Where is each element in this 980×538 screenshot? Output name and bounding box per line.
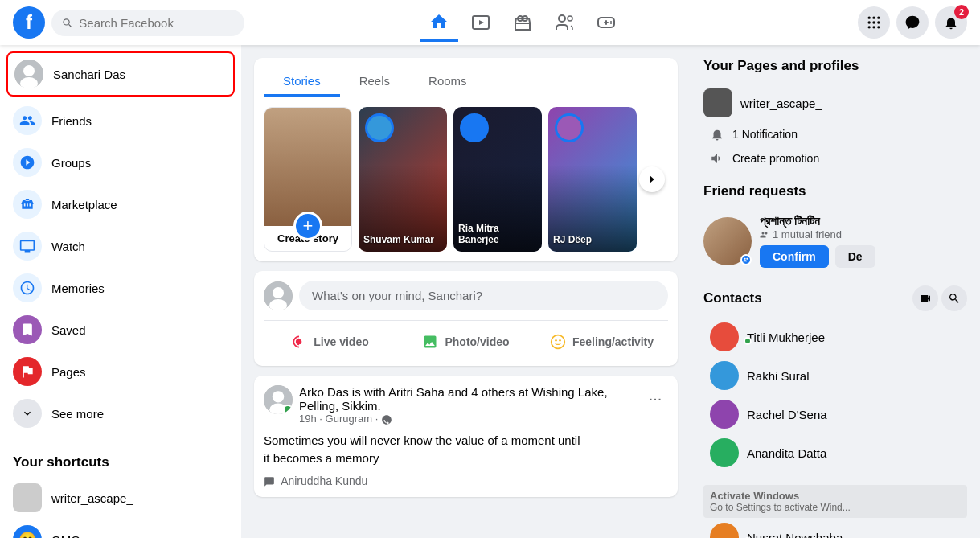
sidebar-item-pages[interactable]: Pages (6, 351, 235, 392)
post-input[interactable]: What's on your mind, Sanchari? (299, 281, 668, 310)
main-nav (420, 3, 625, 42)
post-header: Arko Das is with Aritri Saha and 4 other… (264, 385, 668, 425)
post-time: 19h (299, 413, 317, 425)
messenger-button[interactable] (896, 6, 929, 39)
pages-icon (13, 357, 42, 386)
delete-button[interactable]: De (835, 245, 875, 268)
live-video-label: Live video (314, 335, 368, 348)
create-promotion-item[interactable]: Create promotion (703, 146, 967, 170)
contacts-title: Contacts (703, 290, 762, 306)
watch-icon (13, 232, 42, 261)
saved-label: Saved (51, 323, 86, 337)
notifications-button[interactable]: 2 (935, 6, 967, 39)
stories-next-button[interactable] (639, 166, 665, 192)
contact-name-rakhi: Rakhi Sural (747, 369, 810, 383)
sidebar-item-marketplace[interactable]: Marketplace (6, 183, 235, 225)
friend-mutual-icon (740, 254, 752, 265)
nav-marketplace[interactable] (503, 3, 542, 42)
feeling-label: Feeling/activity (572, 335, 654, 348)
post-more-button[interactable]: ··· (642, 385, 668, 411)
contacts-section: Contacts Titli Mukherjee (703, 285, 967, 472)
story-avatar-ria (460, 113, 489, 142)
sidebar-item-saved[interactable]: Saved (6, 309, 235, 351)
svg-point-18 (872, 26, 875, 28)
shortcut-omg[interactable]: 😊 OMG (6, 519, 235, 538)
feeling-button[interactable]: Feeling/activity (535, 327, 668, 356)
new-video-call-button[interactable] (912, 285, 938, 311)
nav-gaming[interactable] (587, 3, 625, 42)
svg-marker-1 (479, 20, 484, 25)
confirm-button[interactable]: Confirm (760, 245, 829, 268)
pages-section: Your Pages and profiles writer_ascape_ 1… (703, 58, 967, 170)
post-box-top: What's on your mind, Sanchari? (264, 281, 668, 310)
feed-post: Arko Das is with Aritri Saha and 4 other… (254, 376, 678, 497)
sidebar-item-groups[interactable]: Groups (6, 142, 235, 183)
nav-groups[interactable] (545, 3, 584, 42)
sidebar-item-friends[interactable]: Friends (6, 100, 235, 142)
contact-avatar-anandita (710, 438, 739, 467)
shortcut-avatar-writer (13, 483, 42, 512)
profile-avatar (14, 60, 43, 88)
photo-video-button[interactable]: Photo/video (400, 327, 532, 356)
contact-rakhi[interactable]: Rakhi Sural (703, 356, 967, 395)
story-ria[interactable]: Ria Mitra Banerjee (453, 107, 542, 252)
story-rjdeep[interactable]: RJ Dêep (548, 107, 637, 252)
post-others-link[interactable]: 4 others (471, 385, 515, 399)
sidebar-item-memories[interactable]: Memories (6, 267, 235, 309)
search-bar-container[interactable] (51, 10, 244, 36)
profile-name: Sanchari Das (53, 68, 125, 81)
friend-req-name: প্রশান্ত টিনটিন (760, 214, 967, 228)
story-shuvam[interactable]: Shuvam Kumar (359, 107, 447, 252)
contacts-icons (912, 285, 967, 311)
apps-button[interactable] (858, 6, 890, 39)
post-user-info: Arko Das is with Aritri Saha and 4 other… (299, 385, 636, 425)
pages-notif-label: 1 Notification (732, 128, 798, 141)
post-with-link[interactable]: Aritri Saha (388, 385, 445, 399)
contact-avatar-rachel (710, 400, 739, 429)
pages-notification-item[interactable]: 1 Notification (703, 122, 967, 146)
tab-reels[interactable]: Reels (340, 68, 409, 97)
nav-video[interactable] (461, 3, 500, 42)
stories-tabs: Stories Reels Rooms (264, 68, 668, 97)
friend-req-info: প্রশান্ত টিনটিন 1 mutual friend Confirm … (760, 214, 967, 268)
svg-point-13 (877, 17, 880, 19)
tab-rooms[interactable]: Rooms (409, 68, 486, 97)
shortcut-avatar-omg: 😊 (13, 525, 42, 538)
contact-nusrat[interactable]: Nusrat Nowshaba (703, 518, 967, 538)
mutual-icon (760, 230, 769, 240)
contact-anandita[interactable]: Anandita Datta (703, 433, 967, 472)
groups-icon (13, 148, 42, 177)
post-actions: Live video Photo/video Feeling/activity (264, 320, 668, 356)
search-input[interactable] (79, 16, 235, 30)
create-story-item[interactable]: + Create story (264, 107, 352, 252)
shortcut-writer-ascape[interactable]: writer_ascape_ (6, 477, 235, 519)
story-name-rjdeep: RJ Dêep (553, 234, 632, 245)
post-text: Sometimes you will never know the value … (264, 432, 668, 468)
svg-point-14 (868, 21, 871, 23)
svg-point-31 (273, 391, 284, 402)
nav-home[interactable] (420, 3, 458, 42)
contact-nusrat-avatar-container (710, 523, 739, 538)
search-contacts-button[interactable] (941, 285, 967, 311)
contact-avatar-rakhi (710, 361, 739, 390)
post-place: Gurugram (326, 413, 373, 425)
friend-actions: Confirm De (760, 245, 967, 268)
contact-rachel[interactable]: Rachel D'Sena (703, 395, 967, 433)
story-avatar-rjdeep (555, 113, 584, 142)
svg-point-28 (555, 339, 557, 342)
pages-profile-name: writer_ascape_ (740, 97, 822, 110)
tab-stories[interactable]: Stories (264, 68, 340, 97)
live-video-button[interactable]: Live video (264, 327, 396, 356)
memories-label: Memories (51, 281, 105, 295)
contact-name-titli: Titli Mukherjee (747, 331, 825, 344)
activate-windows-banner: Activate Windows Go to Settings to activ… (703, 485, 967, 518)
sidebar-divider (6, 441, 235, 441)
svg-point-27 (552, 335, 565, 349)
pages-profile-item[interactable]: writer_ascape_ (703, 84, 967, 122)
contact-titli[interactable]: Titli Mukherjee (703, 318, 967, 356)
main-layout: Sanchari Das Friends Groups Marketplace … (0, 0, 980, 538)
notification-bell-icon (710, 127, 724, 142)
see-more-button[interactable]: See more (6, 392, 235, 434)
profile-link[interactable]: Sanchari Das (6, 51, 235, 97)
sidebar-item-watch[interactable]: Watch (6, 225, 235, 267)
